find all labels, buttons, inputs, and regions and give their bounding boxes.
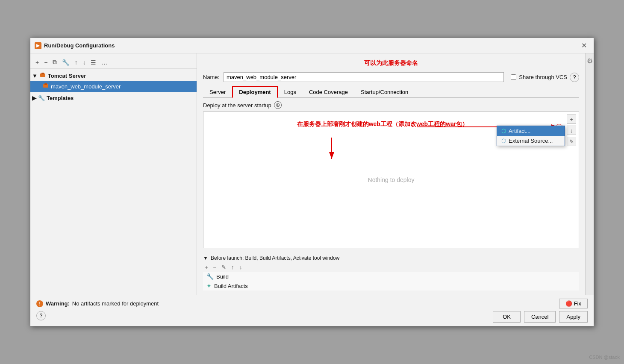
- fix-label: Fix: [574, 300, 581, 307]
- deploy-header: Deploy at the server startup ①: [203, 101, 579, 109]
- move-down-artifact-button[interactable]: ↓: [567, 126, 576, 135]
- nothing-to-deploy-text: Nothing to deploy: [368, 176, 415, 183]
- svg-rect-1: [41, 73, 44, 74]
- launch-items-list: 🔧 Build ✦ Build Artifacts: [203, 272, 579, 291]
- gear-settings-button[interactable]: ⚙: [587, 57, 593, 65]
- expand-arrow: ▼: [32, 73, 38, 79]
- name-input[interactable]: [224, 72, 504, 82]
- artifact-dropdown: ⬡ Artifact... ⬡ External Source...: [497, 126, 565, 146]
- warning-row: ! Warning: No artifacts marked for deplo…: [36, 299, 588, 308]
- help-button[interactable]: ?: [36, 311, 46, 320]
- warning-label: Warning:: [46, 300, 70, 307]
- ok-button[interactable]: OK: [493, 311, 521, 323]
- watermark-text: CSDN @staok: [589, 355, 620, 360]
- warning-left: ! Warning: No artifacts marked for deplo…: [36, 300, 159, 307]
- right-scrollbar-area: ⚙: [585, 53, 594, 295]
- more-button[interactable]: …: [100, 58, 109, 67]
- before-launch-label: Before launch: Build, Build Artifacts, A…: [211, 255, 340, 261]
- main-body: + − ⧉ 🔧 ↑ ↓ ☰ … ▼ Tomcat Server: [30, 53, 594, 295]
- tab-deployment[interactable]: Deployment: [232, 86, 277, 98]
- deploy-section: Deploy at the server startup ①: [203, 101, 579, 291]
- maven-server-label: maven_web_module_server: [51, 83, 121, 90]
- tab-startup[interactable]: Startup/Connection: [354, 86, 415, 98]
- fix-button[interactable]: 🔴 Fix: [559, 299, 588, 308]
- warning-icon: !: [36, 300, 43, 307]
- build-artifacts-label: Build Artifacts: [214, 283, 248, 289]
- sort-button[interactable]: ☰: [89, 58, 98, 67]
- templates-icon: 🔧: [38, 95, 45, 101]
- right-content: 可以为此服务器命名 Name: Share through VCS ? Serv…: [197, 53, 585, 295]
- share-help-button[interactable]: ?: [570, 73, 579, 82]
- bl-down-btn[interactable]: ↓: [238, 264, 244, 271]
- maven-server-item[interactable]: maven_web_module_server: [30, 81, 197, 92]
- move-down-button[interactable]: ↓: [81, 58, 87, 67]
- bl-up-btn[interactable]: ↑: [230, 264, 236, 271]
- svg-rect-3: [44, 83, 47, 85]
- red-annotation-title: 可以为此服务器命名: [203, 58, 579, 69]
- title-bar-left: ▶ Run/Debug Configurations: [35, 42, 115, 49]
- run-debug-dialog: ▶ Run/Debug Configurations ✕ + − ⧉ 🔧 ↑ ↓…: [30, 38, 594, 326]
- build-label: Build: [216, 273, 229, 280]
- external-source-label: External Source...: [509, 138, 553, 144]
- build-icon: 🔧: [206, 273, 214, 280]
- tomcat-child-icon: [42, 82, 49, 91]
- step1-badge: ①: [274, 101, 282, 109]
- share-vcs-label: Share through VCS: [519, 74, 567, 80]
- name-row: Name: Share through VCS ?: [203, 72, 579, 82]
- templates-group[interactable]: ▶ 🔧 Templates: [30, 94, 197, 103]
- cancel-button[interactable]: Cancel: [524, 311, 556, 323]
- external-source-option[interactable]: ⬡ External Source...: [497, 136, 565, 146]
- tomcat-group-label: Tomcat Server: [48, 73, 86, 79]
- dialog-title: Run/Debug Configurations: [44, 42, 115, 49]
- deploy-list-toolbar: + ↓ ✎ ⬡ Artifact... ⬡ External Source...: [567, 114, 576, 146]
- bl-add-btn[interactable]: +: [203, 264, 210, 271]
- launch-item-build-artifacts: ✦ Build Artifacts: [203, 281, 579, 291]
- copy-config-button[interactable]: ⧉: [51, 58, 59, 67]
- deploy-header-text: Deploy at the server startup: [203, 102, 271, 109]
- bottom-bar: ! Warning: No artifacts marked for deplo…: [30, 295, 594, 326]
- before-launch-header[interactable]: ▼ Before launch: Build, Build Artifacts,…: [203, 253, 579, 263]
- external-icon: ⬡: [501, 138, 506, 144]
- share-vcs-checkbox[interactable]: [511, 74, 516, 80]
- close-button[interactable]: ✕: [579, 41, 589, 50]
- launch-item-build: 🔧 Build: [203, 272, 579, 281]
- add-config-button[interactable]: +: [34, 58, 41, 67]
- chinese-annotation: 在服务器上部署刚才创建的web工程（添加改web工程的war包）: [297, 120, 468, 128]
- action-buttons: ? OK Cancel Apply: [36, 311, 588, 323]
- artifact-option[interactable]: ⬡ Artifact...: [497, 126, 565, 136]
- tomcat-icon: [39, 72, 46, 80]
- fix-icon: 🔴: [565, 300, 572, 307]
- settings-button[interactable]: 🔧: [60, 58, 71, 67]
- edit-artifact-button[interactable]: ✎: [567, 137, 576, 146]
- tabs-row: Server Deployment Logs Code Coverage Sta…: [203, 85, 579, 98]
- artifact-label: Artifact...: [509, 128, 530, 134]
- share-vcs-row: Share through VCS ?: [511, 73, 579, 82]
- tab-logs[interactable]: Logs: [278, 86, 303, 98]
- apply-button[interactable]: Apply: [559, 311, 588, 323]
- add-artifact-button[interactable]: +: [567, 114, 576, 124]
- title-bar: ▶ Run/Debug Configurations ✕: [30, 38, 594, 53]
- tab-server[interactable]: Server: [203, 86, 232, 98]
- tomcat-server-group[interactable]: ▼ Tomcat Server: [30, 70, 197, 81]
- collapse-icon: ▼: [203, 255, 208, 261]
- before-launch-toolbar: + − ✎ ↑ ↓: [203, 263, 579, 272]
- build-artifacts-icon: ✦: [206, 282, 212, 289]
- dialog-icon: ▶: [35, 42, 41, 49]
- bl-remove-btn[interactable]: −: [212, 264, 218, 271]
- sidebar: + − ⧉ 🔧 ↑ ↓ ☰ … ▼ Tomcat Server: [30, 53, 197, 295]
- templates-label: Templates: [47, 95, 74, 101]
- deploy-list-area: 在服务器上部署刚才创建的web工程（添加改web工程的war包） Nothing…: [203, 112, 579, 248]
- move-up-button[interactable]: ↑: [73, 58, 79, 67]
- expand-arrow-templates: ▶: [32, 95, 36, 101]
- sidebar-toolbar: + − ⧉ 🔧 ↑ ↓ ☰ …: [30, 56, 197, 69]
- before-launch-section: ▼ Before launch: Build, Build Artifacts,…: [203, 253, 579, 291]
- remove-config-button[interactable]: −: [42, 58, 49, 67]
- bl-edit-btn[interactable]: ✎: [220, 264, 228, 271]
- warning-detail: No artifacts marked for deployment: [72, 300, 159, 307]
- name-label: Name:: [203, 74, 220, 80]
- tab-code-coverage[interactable]: Code Coverage: [303, 86, 354, 98]
- artifact-icon: ⬡: [501, 128, 506, 134]
